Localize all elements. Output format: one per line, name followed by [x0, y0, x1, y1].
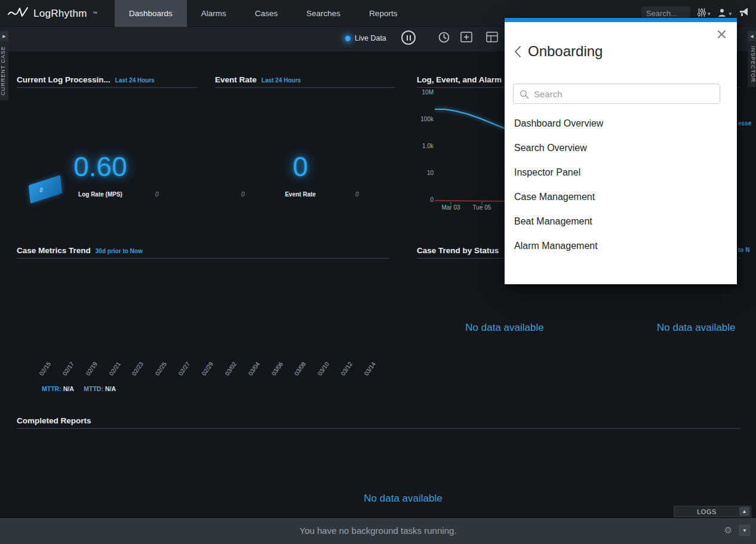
onboarding-item-beat-management[interactable]: Beat Management — [505, 209, 737, 233]
date-tick-label: 03/12 — [334, 361, 354, 384]
add-widget-button[interactable] — [460, 32, 472, 45]
date-tick-label: 02/29 — [195, 361, 214, 384]
logrhythm-logo-icon — [7, 6, 29, 21]
expand-right-icon[interactable]: ▶ — [0, 31, 8, 41]
triangle-up-icon: ▲ — [742, 509, 747, 514]
live-data-dot-icon — [345, 36, 351, 41]
mttd-value: N/A — [105, 385, 116, 392]
search-icon — [520, 90, 529, 102]
log-event-alarm-chart — [435, 90, 505, 206]
expand-logs-button[interactable]: ▲ — [739, 507, 749, 516]
live-data-indicator[interactable]: Live Data — [345, 27, 386, 50]
clock-icon — [438, 32, 450, 43]
pause-button[interactable] — [401, 30, 416, 45]
live-data-label: Live Data — [355, 34, 386, 42]
completed-reports-no-data: No data available — [334, 493, 472, 505]
event-rate-label: Event Rate — [260, 191, 340, 198]
case-trend-no-data: No data available — [436, 322, 573, 334]
range-fragment: to N — [738, 247, 749, 253]
completed-reports-title: Completed Reports — [17, 416, 91, 425]
y-tick-label: 100k — [411, 116, 434, 122]
date-tick-label: 03/04 — [242, 361, 261, 384]
current-case-label: CURRENT CASE — [0, 41, 8, 100]
event-rate-range: Last 24 Hours — [262, 77, 301, 84]
onboarding-item-search-overview[interactable]: Search Overview — [505, 136, 737, 160]
gear-icon[interactable]: ⚙ — [724, 525, 732, 536]
case-trend-title: Case Trend by Status — [417, 246, 499, 255]
expand-left-icon[interactable]: ◀ — [748, 31, 756, 41]
onboarding-item-case-management[interactable]: Case Management — [505, 185, 737, 209]
onboarding-header: Onboarding — [514, 43, 603, 60]
inspector-label: INSPECTOR — [748, 41, 756, 87]
brand-trademark: ™ — [93, 11, 97, 16]
announcements-button[interactable] — [739, 7, 750, 20]
tab-dashboards[interactable]: Dashboards — [115, 0, 187, 27]
date-tick-label: 02/19 — [79, 361, 99, 384]
date-tick-label: 02/17 — [56, 361, 75, 384]
divider — [215, 87, 395, 88]
log-processing-range: Last 24 Hours — [115, 77, 155, 84]
back-button[interactable] — [514, 45, 521, 58]
onboarding-item-list: Dashboard Overview Search Overview Inspe… — [505, 111, 737, 258]
case-metrics-range: 30d prior to Now — [96, 248, 143, 254]
tab-searches[interactable]: Searches — [292, 0, 355, 27]
onboarding-search-input[interactable] — [514, 84, 720, 103]
gauge-min-label: 0 — [39, 186, 43, 193]
onboarding-item-dashboard-overview[interactable]: Dashboard Overview — [505, 111, 737, 136]
onboarding-accent-bar — [505, 18, 737, 22]
date-tick-label: 03/08 — [288, 361, 307, 384]
x-tick-label: Tue 05 — [469, 204, 495, 211]
brand-name: LogRhythm — [33, 8, 87, 20]
save-layout-button[interactable] — [486, 32, 498, 45]
date-tick-label: 03/06 — [265, 361, 284, 384]
right-widget-no-data: No data available — [657, 322, 756, 334]
close-icon — [717, 30, 726, 39]
time-range-button[interactable] — [438, 32, 450, 45]
log-rate-label: Log Rate (MPS) — [59, 191, 142, 198]
onboarding-title: Onboarding — [528, 43, 603, 60]
legend-fragment: esse — [738, 120, 751, 127]
brand: LogRhythm ™ — [7, 0, 97, 27]
chevron-down-icon: ▾ — [708, 11, 711, 17]
tab-alarms[interactable]: Alarms — [187, 0, 241, 27]
add-widget-icon — [460, 32, 472, 42]
y-tick-label: 10 — [411, 170, 434, 176]
divider — [17, 258, 389, 259]
date-tick-label: 03/14 — [358, 361, 377, 384]
log-processing-title: Current Log Processin...Last 24 Hours — [17, 75, 155, 84]
date-tick-label: 02/23 — [125, 361, 145, 384]
event-rate-title: Event RateLast 24 Hours — [215, 75, 301, 84]
case-metrics-summary: MTTR:N/A MTTD:N/A — [42, 385, 116, 392]
close-button[interactable] — [717, 30, 726, 41]
tab-cases[interactable]: Cases — [241, 0, 292, 27]
log-event-alarm-title: Log, Event, and Alarm — [417, 75, 502, 84]
background-tasks-status: You have no background tasks running. — [0, 525, 756, 536]
mttd-label: MTTD: — [84, 385, 103, 392]
collapse-statusbar-button[interactable]: ▼ — [739, 524, 751, 536]
y-tick-label: 0 — [411, 196, 434, 203]
mttr-label: MTTR: — [42, 385, 62, 392]
date-tick-label: 02/21 — [103, 361, 122, 384]
event-gauge-max-label: 0 — [355, 191, 359, 198]
current-case-tab[interactable]: ▶ CURRENT CASE — [0, 31, 8, 100]
date-tick-label: 02/27 — [172, 361, 191, 384]
event-gauge-min-label: 0 — [241, 191, 245, 198]
y-tick-label: 10M — [411, 89, 434, 96]
date-tick-label: 03/02 — [219, 361, 238, 384]
logs-drawer-tab[interactable]: LOGS ▲ — [674, 506, 751, 517]
megaphone-icon — [739, 7, 750, 20]
main-tabs: Dashboards Alarms Cases Searches Reports — [115, 0, 411, 27]
status-bar: You have no background tasks running. ⚙ … — [0, 518, 756, 544]
y-tick-label: 1.0k — [411, 143, 434, 149]
gauge-max-label: 0 — [155, 191, 159, 198]
logrhythm-app: LogRhythm ™ Dashboards Alarms Cases Sear… — [0, 0, 756, 544]
event-rate-value: 0 — [281, 150, 320, 183]
onboarding-item-inspector-panel[interactable]: Inspector Panel — [505, 160, 737, 185]
divider — [17, 87, 198, 88]
logs-label: LOGS — [674, 508, 739, 515]
case-metrics-title: Case Metrics Trend30d prior to Now — [17, 246, 143, 255]
inspector-tab[interactable]: ◀ INSPECTOR — [748, 31, 756, 87]
onboarding-search — [513, 84, 720, 104]
onboarding-item-alarm-management[interactable]: Alarm Management — [505, 233, 737, 258]
tab-reports[interactable]: Reports — [355, 0, 411, 27]
